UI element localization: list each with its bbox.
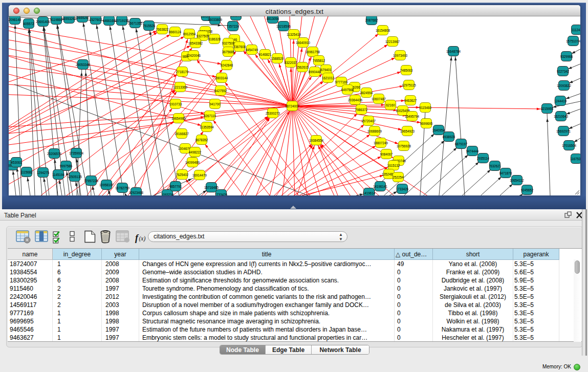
svg-text:405572: 405572 (23, 22, 34, 26)
svg-text:6497568: 6497568 (341, 88, 354, 92)
svg-text:16671355: 16671355 (128, 21, 143, 25)
svg-text:881305: 881305 (230, 14, 242, 17)
svg-text:12213369: 12213369 (173, 85, 188, 89)
svg-text:16033809: 16033809 (208, 18, 223, 21)
svg-text:10607487: 10607487 (372, 97, 386, 101)
svg-text:1115682: 1115682 (20, 170, 33, 174)
svg-text:1621012: 1621012 (322, 76, 335, 80)
svg-text:9242848: 9242848 (221, 63, 233, 67)
svg-text:7357224: 7357224 (227, 25, 239, 28)
svg-text:9119860: 9119860 (50, 18, 63, 21)
svg-text:1167535: 1167535 (570, 157, 583, 161)
svg-text:1615132: 1615132 (387, 164, 400, 167)
svg-text:3215955: 3215955 (541, 107, 554, 111)
svg-text:1910733: 1910733 (169, 102, 182, 106)
svg-text:12213967: 12213967 (385, 40, 400, 43)
svg-text:14099489: 14099489 (185, 161, 200, 164)
svg-text:62160: 62160 (386, 103, 395, 107)
svg-text:9777169: 9777169 (335, 80, 348, 84)
svg-text:13218596: 13218596 (276, 25, 291, 28)
svg-text:8813054: 8813054 (267, 17, 279, 20)
svg-text:9699695: 9699695 (420, 122, 433, 125)
svg-text:2803144: 2803144 (215, 76, 228, 80)
svg-text:111243: 111243 (572, 28, 582, 32)
svg-text:10719155: 10719155 (115, 19, 129, 23)
svg-text:9245652: 9245652 (521, 188, 534, 192)
svg-text:8660124: 8660124 (169, 30, 182, 34)
svg-text:29053346: 29053346 (76, 63, 91, 67)
svg-text:12923468: 12923468 (129, 191, 144, 194)
svg-text:1640954: 1640954 (432, 128, 445, 132)
svg-text:8912954: 8912954 (183, 32, 196, 36)
svg-text:10655267: 10655267 (75, 16, 90, 19)
svg-text:7515526: 7515526 (143, 24, 156, 28)
svg-text:10688609: 10688609 (367, 129, 382, 133)
svg-text:9997586: 9997586 (60, 164, 73, 168)
svg-text:12093822: 12093822 (557, 84, 572, 87)
svg-text:16154808: 16154808 (376, 29, 390, 32)
svg-text:19654923: 19654923 (400, 129, 415, 133)
svg-text:16553267: 16553267 (62, 17, 77, 20)
svg-text:252254: 252254 (393, 176, 404, 179)
svg-text:1527602: 1527602 (90, 18, 102, 21)
svg-text:15751074: 15751074 (566, 39, 581, 43)
svg-text:20206576: 20206576 (47, 152, 62, 156)
svg-text:17016504: 17016504 (562, 144, 577, 147)
svg-text:8938928: 8938928 (443, 135, 455, 139)
svg-text:8322037: 8322037 (285, 61, 297, 64)
svg-text:1588520: 1588520 (271, 57, 284, 60)
svg-text:1733426: 1733426 (215, 193, 228, 196)
svg-text:2096140: 2096140 (9, 18, 21, 21)
svg-text:4498222: 4498222 (189, 150, 202, 154)
svg-text:16648784: 16648784 (446, 50, 461, 53)
svg-text:8471878: 8471878 (499, 171, 512, 175)
svg-text:941700: 941700 (209, 102, 221, 106)
svg-text:2087682: 2087682 (365, 18, 378, 22)
svg-text:9474444: 9474444 (466, 149, 479, 153)
svg-text:8454749: 8454749 (246, 48, 258, 52)
svg-text:17957225: 17957225 (84, 179, 99, 183)
svg-text:(x): (x) (139, 235, 146, 242)
svg-text:10958107: 10958107 (99, 183, 114, 187)
svg-text:16914479: 16914479 (192, 173, 207, 177)
svg-text:18807249: 18807249 (374, 141, 388, 145)
svg-text:9084067: 9084067 (380, 152, 393, 156)
svg-text:8678352: 8678352 (195, 138, 208, 142)
svg-text:9146821: 9146821 (259, 53, 272, 56)
svg-text:11353594: 11353594 (200, 125, 214, 129)
svg-text:1294275: 1294275 (37, 171, 50, 174)
svg-text:8186328: 8186328 (208, 37, 221, 41)
svg-text:6879197: 6879197 (455, 142, 468, 146)
svg-text:679401: 679401 (320, 68, 332, 72)
svg-text:3675685: 3675685 (222, 50, 235, 54)
svg-text:7632621: 7632621 (489, 164, 502, 168)
svg-text:15692971: 15692971 (556, 129, 571, 133)
svg-text:20364436: 20364436 (348, 98, 363, 102)
svg-text:15495794: 15495794 (405, 115, 420, 118)
svg-text:9329966: 9329966 (560, 55, 573, 58)
svg-text:10654112: 10654112 (510, 179, 524, 182)
svg-text:19654985: 19654985 (171, 117, 186, 120)
svg-text:19166827: 19166827 (175, 132, 189, 136)
svg-text:1733426: 1733426 (396, 187, 409, 191)
svg-text:1145194: 1145194 (52, 173, 65, 177)
svg-text:16640910: 16640910 (296, 41, 311, 45)
svg-text:8990448: 8990448 (309, 70, 321, 74)
svg-text:10756928: 10756928 (397, 144, 411, 148)
svg-text:1244419: 1244419 (554, 99, 567, 103)
svg-text:16782759: 16782759 (115, 186, 130, 190)
svg-text:7955812: 7955812 (313, 59, 325, 62)
svg-text:1419614: 1419614 (363, 191, 376, 195)
svg-text:2718170: 2718170 (176, 70, 189, 74)
svg-text:11325419: 11325419 (287, 33, 301, 36)
svg-text:453061: 453061 (11, 161, 22, 164)
svg-text:9327505: 9327505 (197, 34, 209, 38)
svg-text:2367608: 2367608 (233, 45, 246, 49)
svg-text:18724007: 18724007 (285, 104, 300, 108)
svg-text:7625402: 7625402 (176, 173, 189, 177)
svg-text:9463627: 9463627 (404, 99, 417, 102)
svg-text:7986372: 7986372 (355, 108, 368, 112)
svg-text:7663822: 7663822 (156, 28, 169, 31)
svg-text:16210643: 16210643 (554, 115, 569, 118)
svg-text:14196141: 14196141 (373, 185, 388, 188)
